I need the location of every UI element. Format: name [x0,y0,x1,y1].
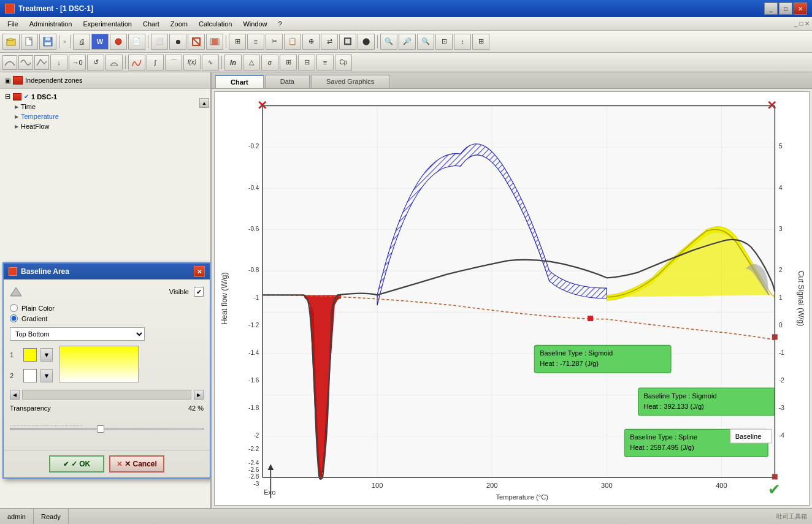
val2[interactable]: →0 [69,55,86,70]
open-btn[interactable] [2,34,20,50]
tool6[interactable]: ⇄ [321,34,338,50]
svg-text:0: 0 [779,322,783,328]
scroll-right-btn[interactable]: ▶ [194,390,204,400]
scroll-track[interactable] [22,390,191,400]
status-ready: Ready [34,509,69,524]
print-btn[interactable]: 🖨 [73,34,90,50]
table-btn[interactable]: W [91,34,109,50]
zoom4[interactable]: ⊡ [435,34,453,50]
tree-item-temperature[interactable]: ▶ Temperature [12,112,208,121]
plain-color-radio[interactable] [10,304,18,312]
color-1-dropdown[interactable]: ▼ [40,348,53,362]
menu-experimentation[interactable]: Experimentation [78,19,137,29]
fx-btn[interactable]: f(x) [183,55,201,70]
tool3[interactable]: ✂ [266,34,283,50]
sigma-btn[interactable]: σ [261,55,278,70]
curve3[interactable] [34,55,49,70]
val1[interactable]: ↓ [50,55,67,70]
tab-chart[interactable]: Chart [215,75,264,88]
minimize-btn[interactable]: _ [764,2,778,15]
scroll-left-btn[interactable]: ◀ [10,390,20,400]
svg-text:-2.8: -2.8 [248,473,259,480]
maximize-btn[interactable]: □ [779,2,792,15]
grid-btn[interactable]: ⊞ [280,55,297,70]
transparency-slider[interactable]: ········································… [10,423,204,435]
slider-thumb[interactable] [97,425,104,433]
transparency-row: Transparency 42 % [10,404,204,412]
nav1-btn[interactable]: ⬜ [151,34,168,50]
menu-file[interactable]: File [2,19,23,29]
toolbar-2: ↓ →0 ↺ ∫ ⌒ f(x) ∿ In △ σ ⊞ ⊟ ≡ Cp [0,53,812,72]
menu-zoom[interactable]: Zoom [166,19,193,29]
svg-text:Heat flow (W/g): Heat flow (W/g) [220,272,229,324]
tree-item-dsc[interactable]: ⊟ ✔ 1 DSC-1 [2,91,208,102]
menu-administration[interactable]: Administration [25,19,77,29]
tab-saved-graphics[interactable]: Saved Graphics [311,75,389,88]
collapse-icon[interactable]: ▣ [5,77,10,84]
visible-checkbox[interactable]: ✔ [194,287,204,297]
wave-btn[interactable]: ∿ [202,55,219,70]
dialog-close-btn[interactable]: ✕ [194,266,205,277]
tree-root-label: Independent zones [25,77,83,84]
zoom6[interactable]: ⊞ [472,34,489,50]
zoom2[interactable]: 🔎 [399,34,416,50]
nav3-btn[interactable] [188,34,205,50]
record-btn[interactable] [110,34,127,50]
multi-btn[interactable]: ⌒ [165,55,182,70]
cp-btn[interactable]: Cp [335,55,352,70]
dialog-title-bar: Baseline Area ✕ [4,264,210,279]
cancel-label: ✕ Cancel [124,460,157,468]
tree-item-time[interactable]: ▶ Time [12,102,208,112]
nav4-btn[interactable] [206,34,223,50]
heat-btn[interactable]: ⊟ [298,55,315,70]
nav2-btn[interactable]: ⏺ [169,34,186,50]
menu-calculation[interactable]: Calculation [194,19,237,29]
sep2 [70,35,71,48]
close-btn[interactable]: ✕ [794,2,807,15]
curve2[interactable] [18,55,33,70]
tab-data[interactable]: Data [265,75,310,88]
in-btn[interactable]: In [224,55,242,70]
svg-text:4: 4 [779,184,783,191]
new-btn[interactable] [21,34,38,50]
zoom3[interactable]: 🔍 [417,34,434,50]
color-2-swatch[interactable] [23,369,37,382]
export-btn[interactable]: 📄 [128,34,145,50]
color-2-row: 2 ▼ [10,369,53,382]
tool1[interactable]: ⊞ [229,34,246,50]
gradient-radio[interactable] [10,314,18,322]
cancel-button[interactable]: ✕ ✕ Cancel [109,455,164,473]
svg-text:-1.8: -1.8 [248,404,259,411]
tool8[interactable]: ⬤ [358,34,375,50]
ok-button[interactable]: ✔ ✓ OK [49,455,104,473]
val3[interactable]: ↺ [87,55,104,70]
delta-btn[interactable]: △ [243,55,260,70]
menu-chart[interactable]: Chart [138,19,164,29]
svg-rect-5 [45,42,51,45]
tool7[interactable]: 🔲 [339,34,356,50]
zoom5[interactable]: ↕ [454,34,471,50]
tool5[interactable]: ⊕ [302,34,320,50]
menu-help[interactable]: ? [274,19,287,29]
color-2-dropdown[interactable]: ▼ [40,369,53,382]
temperature-label: Temperature [21,113,59,120]
tree-scroll-up[interactable]: ▲ [199,98,209,108]
tool4[interactable]: 📋 [284,34,301,50]
toolbar-expand[interactable]: » [62,39,67,45]
curve1[interactable] [2,55,17,70]
val4[interactable] [105,55,123,70]
peak-btn[interactable]: ∫ [147,55,164,70]
tree-item-heatflow[interactable]: ▶ HeatFlow [12,121,208,131]
lines-btn[interactable]: ≡ [316,55,334,70]
zoom1[interactable]: 🔍 [380,34,397,50]
chart-svg: ✕ ✕ Baseline Type : Sigmoid Heat : -71.2… [215,92,809,505]
dsc-label: 1 DSC-1 [31,93,57,101]
color-1-swatch[interactable] [23,348,37,362]
scrollbar-row: ◀ ▶ [10,390,204,400]
toolbar-1: » 🖨 W 📄 ⬜ ⏺ ⊞ ≡ ✂ 📋 ⊕ ⇄ 🔲 ⬤ 🔍 🔎 🔍 ⊡ ↕ ⊞ [0,31,812,53]
tool2[interactable]: ≡ [247,34,264,50]
func-btn[interactable] [128,55,145,70]
gradient-direction-select[interactable]: Top Bottom Left Right Center Out [10,327,145,341]
save-btn[interactable] [39,34,56,50]
menu-window[interactable]: Window [238,19,272,29]
